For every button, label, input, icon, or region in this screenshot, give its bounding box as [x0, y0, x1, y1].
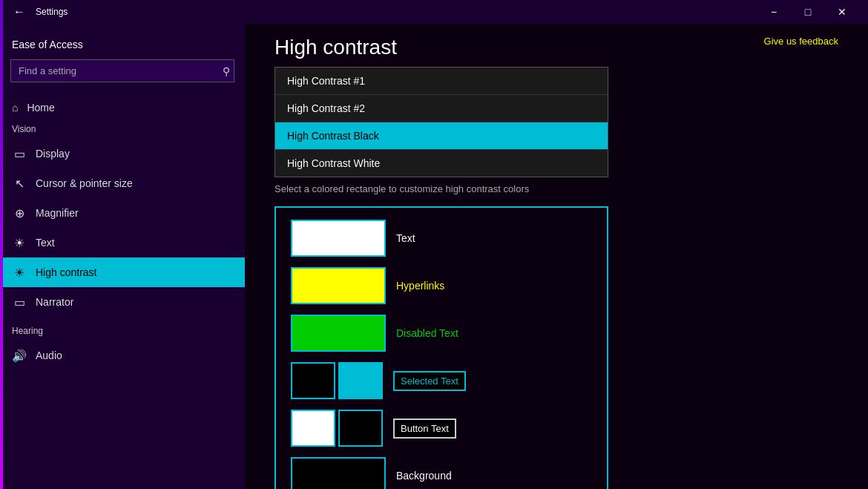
instruction-text: Select a colored rectangle to customize …: [245, 177, 868, 200]
sidebar-item-audio[interactable]: 🔊 Audio: [0, 341, 245, 370]
maximize-button[interactable]: □: [791, 0, 825, 24]
sidebar-narrator-label: Narrator: [36, 296, 73, 308]
magnifier-icon: ⊕: [12, 206, 27, 220]
sidebar-item-high-contrast[interactable]: ☀ High contrast: [0, 257, 245, 287]
search-button[interactable]: ⚲: [223, 65, 230, 77]
sidebar-audio-label: Audio: [36, 349, 62, 361]
colors-container: Text Hyperlinks Disabled Text Selected T…: [274, 206, 608, 489]
sidebar-header: Ease of Access: [0, 31, 245, 55]
color-swatch-pair-button: [291, 410, 383, 447]
color-swatch-selected-fg[interactable]: [338, 362, 383, 399]
color-row-disabled: Disabled Text: [291, 315, 592, 352]
titlebar: ← Settings − □ ✕: [0, 0, 868, 24]
color-swatch-selected-bg[interactable]: [291, 362, 335, 399]
theme-dropdown: High Contrast #1 High Contrast #2 High C…: [274, 67, 608, 177]
sidebar-section-vision: Vision: [0, 121, 245, 139]
color-label-selected: Selected Text: [393, 371, 466, 391]
close-button[interactable]: ✕: [825, 0, 859, 24]
sidebar-item-magnifier[interactable]: ⊕ Magnifier: [0, 198, 245, 228]
color-swatch-pair-selected: [291, 362, 383, 399]
color-row-background: Background: [291, 457, 592, 489]
sidebar-app-title: Ease of Access: [12, 39, 83, 50]
sidebar-color-filters-label: Text: [36, 237, 55, 249]
dropdown-item-hc2[interactable]: High Contrast #2: [275, 95, 608, 122]
narrator-icon: ▭: [12, 295, 27, 309]
color-label-background: Background: [396, 470, 452, 482]
sidebar-display-label: Display: [36, 148, 70, 160]
sidebar-item-narrator[interactable]: ▭ Narrator: [0, 287, 245, 317]
titlebar-controls: − □ ✕: [757, 0, 859, 24]
back-icon: ←: [13, 5, 25, 19]
color-row-text: Text: [291, 220, 592, 257]
color-swatch-background[interactable]: [291, 457, 386, 489]
minimize-button[interactable]: −: [757, 0, 791, 24]
color-swatch-hyperlinks[interactable]: [291, 267, 386, 304]
color-label-text: Text: [396, 232, 415, 244]
sidebar-item-color-filters[interactable]: ☀ Text: [0, 228, 245, 257]
cursor-icon: ↖: [12, 176, 27, 191]
search-box: ⚲: [10, 59, 234, 82]
color-row-hyperlinks: Hyperlinks: [291, 267, 592, 304]
color-swatch-text[interactable]: [291, 220, 386, 257]
color-filters-icon: ☀: [12, 235, 27, 250]
color-label-button: Button Text: [393, 419, 456, 439]
high-contrast-icon: ☀: [12, 265, 27, 280]
accent-bar: [0, 0, 3, 489]
sidebar-cursor-label: Cursor & pointer size: [36, 177, 133, 189]
audio-icon: 🔊: [12, 348, 27, 363]
color-row-button: Button Text: [291, 410, 592, 447]
color-swatch-button-bg[interactable]: [338, 410, 383, 447]
color-label-disabled: Disabled Text: [396, 327, 458, 339]
display-icon: ▭: [12, 146, 27, 161]
dropdown-item-hcblack[interactable]: High Contrast Black: [275, 122, 608, 150]
sidebar: Ease of Access ⚲ ⌂ Home Vision ▭ Display…: [0, 24, 245, 489]
sidebar-item-cursor[interactable]: ↖ Cursor & pointer size: [0, 168, 245, 198]
search-icon: ⚲: [223, 65, 230, 77]
sidebar-item-display[interactable]: ▭ Display: [0, 139, 245, 168]
sidebar-item-home[interactable]: ⌂ Home: [0, 94, 245, 121]
sidebar-high-contrast-label: High contrast: [36, 266, 96, 278]
sidebar-magnifier-label: Magnifier: [36, 207, 79, 219]
sidebar-home-label: Home: [27, 102, 54, 114]
home-icon: ⌂: [12, 102, 18, 114]
dropdown-item-hc1[interactable]: High Contrast #1: [275, 68, 608, 95]
color-row-selected: Selected Text: [291, 362, 592, 399]
feedback-link[interactable]: Give us feedback: [764, 36, 838, 47]
main-content: Give us feedback High contrast High Cont…: [245, 24, 868, 489]
sidebar-section-hearing: Hearing: [0, 323, 245, 341]
back-button[interactable]: ←: [9, 1, 30, 22]
dropdown-item-hcwhite[interactable]: High Contrast White: [275, 150, 608, 177]
color-swatch-disabled[interactable]: [291, 315, 386, 352]
color-swatch-button-fg[interactable]: [291, 410, 335, 447]
titlebar-title: Settings: [36, 7, 68, 17]
search-input[interactable]: [10, 59, 234, 82]
color-label-hyperlinks: Hyperlinks: [396, 280, 444, 292]
